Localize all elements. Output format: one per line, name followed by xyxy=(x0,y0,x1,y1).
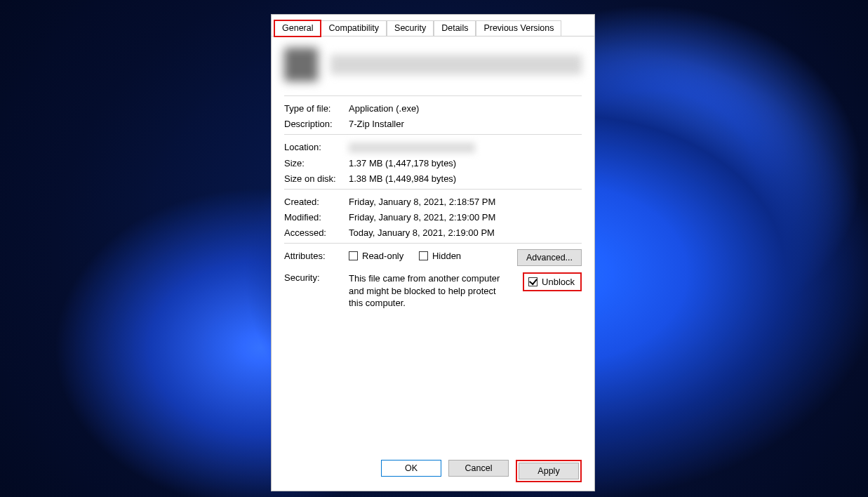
file-header xyxy=(284,44,582,94)
value-accessed: Today, January 8, 2021, 2:19:00 PM xyxy=(349,227,582,238)
label-accessed: Accessed: xyxy=(284,227,349,238)
tab-compatibility[interactable]: Compatibility xyxy=(321,20,387,36)
label-created: Created: xyxy=(284,197,349,207)
label-size: Size: xyxy=(284,158,349,168)
label-description: Description: xyxy=(284,119,349,129)
tab-strip: General Compatibility Security Details P… xyxy=(272,15,594,37)
checkbox-hidden[interactable]: Hidden xyxy=(419,251,461,261)
value-size: 1.37 MB (1,447,178 bytes) xyxy=(349,158,582,168)
properties-dialog: General Compatibility Security Details P… xyxy=(271,14,595,491)
apply-highlight: Apply xyxy=(516,460,582,482)
advanced-button[interactable]: Advanced... xyxy=(517,249,582,266)
value-modified: Friday, January 8, 2021, 2:19:00 PM xyxy=(349,212,582,223)
cancel-button[interactable]: Cancel xyxy=(448,460,509,477)
value-created: Friday, January 8, 2021, 2:18:57 PM xyxy=(349,197,582,207)
security-text: This file came from another computer and… xyxy=(349,272,503,310)
tab-security[interactable]: Security xyxy=(387,20,434,36)
apply-button[interactable]: Apply xyxy=(519,463,579,479)
tab-general[interactable]: General xyxy=(274,20,321,37)
label-size-on-disk: Size on disk: xyxy=(284,173,349,184)
value-description: 7-Zip Installer xyxy=(349,119,582,129)
label-attributes: Attributes: xyxy=(284,251,349,261)
file-name-input[interactable] xyxy=(330,55,582,74)
separator xyxy=(284,95,582,96)
dialog-footer: OK Cancel Apply xyxy=(272,460,594,482)
file-icon xyxy=(284,48,318,81)
unblock-highlight: Unblock xyxy=(523,272,582,291)
label-security: Security: xyxy=(284,272,349,283)
separator xyxy=(284,189,582,190)
checkbox-readonly-label: Read-only xyxy=(362,251,403,261)
separator xyxy=(284,243,582,244)
checkbox-icon xyxy=(349,251,358,260)
ok-button[interactable]: OK xyxy=(381,460,441,477)
checkbox-hidden-label: Hidden xyxy=(432,251,461,261)
label-modified: Modified: xyxy=(284,212,349,223)
tab-content-general: Type of file: Application (.exe) Descrip… xyxy=(272,37,594,310)
checkbox-unblock[interactable]: Unblock xyxy=(528,277,575,287)
checkbox-checked-icon xyxy=(528,277,538,286)
label-type-of-file: Type of file: xyxy=(284,103,349,114)
tab-details[interactable]: Details xyxy=(434,20,476,36)
checkbox-unblock-label: Unblock xyxy=(542,277,575,287)
separator xyxy=(284,134,582,135)
value-type-of-file: Application (.exe) xyxy=(349,103,582,114)
value-location xyxy=(349,142,582,153)
checkbox-icon xyxy=(419,251,428,260)
checkbox-readonly[interactable]: Read-only xyxy=(349,251,403,261)
label-location: Location: xyxy=(284,142,349,152)
value-size-on-disk: 1.38 MB (1,449,984 bytes) xyxy=(349,173,582,184)
tab-previous-versions[interactable]: Previous Versions xyxy=(476,20,561,36)
